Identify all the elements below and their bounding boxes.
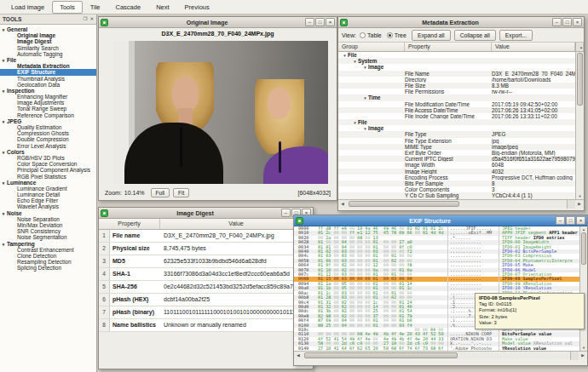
sidebar-item-automatic-tagging[interactable]: Automatic Tagging: [0, 51, 96, 57]
metadata-group-row[interactable]: ▾System: [338, 58, 584, 64]
sidebar-item-metadata-extraction[interactable]: Metadata Extraction: [0, 63, 96, 69]
metadata-row[interactable]: File Access Date/Time2017:06:26 13:41:05…: [338, 107, 584, 113]
scrollbar-thumb[interactable]: [581, 232, 586, 265]
sidebar-item-clone-detection[interactable]: Clone Detection: [0, 253, 96, 259]
sidebar-item-luminance-detail[interactable]: Luminance Detail: [0, 192, 96, 197]
original-photo[interactable]: [113, 41, 328, 184]
digest-row[interactable]: 3MD562325e533f1033b9bdbd546d6a628dfd: [99, 255, 313, 268]
metadata-row[interactable]: File Permissionsrw-rw-r--: [338, 89, 584, 94]
sidebar-item-original-image[interactable]: Original Image: [0, 32, 96, 38]
metadata-group-row[interactable]: ▾File: [338, 119, 584, 125]
column-value[interactable]: Value: [160, 219, 313, 229]
scroll-down-icon[interactable]: ▼: [576, 194, 584, 198]
scroll-down-icon[interactable]: ▼: [580, 346, 587, 350]
digest-titlebar[interactable]: Image Digest −□×: [99, 208, 313, 219]
sidebar-item-rgb-hsv-3d-plots[interactable]: RGB/HSV 3D Plots: [0, 155, 96, 161]
metadata-group-row[interactable]: ▾Time: [338, 94, 584, 100]
metadata-row[interactable]: Encoding ProcessProgressive DCT, Huffman…: [338, 175, 584, 180]
original-image-titlebar[interactable]: Original Image −□×: [99, 17, 337, 28]
sidebar-category-noise[interactable]: ▾Noise: [0, 210, 96, 216]
button-full[interactable]: Full: [151, 188, 170, 197]
sidebar-item-resampling-detection[interactable]: Resampling Detection: [0, 259, 96, 265]
sidebar-category-inspection[interactable]: ▾Inspection: [0, 88, 96, 94]
metadata-row[interactable]: File TypeJPEG: [338, 131, 584, 137]
metadata-row[interactable]: File Size8.3 MB: [338, 83, 584, 89]
sidebar-item-color-space-conversion[interactable]: Color Space Conversion: [0, 161, 96, 167]
scroll-right-icon[interactable]: ▶: [575, 202, 584, 206]
sidebar-item-exif-structure[interactable]: EXIF Structure: [0, 69, 96, 75]
sidebar-item-compression-ghosts[interactable]: Compression Ghosts: [0, 130, 96, 136]
dock-close-icon[interactable]: ✕: [89, 15, 94, 23]
column-value[interactable]: Value: [492, 43, 575, 51]
sidebar-category-file[interactable]: ▾File: [0, 57, 96, 63]
sidebar-item-principal-component-analysis[interactable]: Principal Component Analysis: [0, 167, 96, 173]
sidebar-item-noise-segmentation[interactable]: Noise Segmentation: [0, 234, 96, 240]
column-property[interactable]: Property: [405, 43, 492, 51]
menu-item-previous[interactable]: Previous: [177, 1, 217, 14]
menu-item-cascade[interactable]: Cascade: [108, 1, 149, 14]
sidebar-item-contrast-enhancement[interactable]: Contrast Enhancement: [0, 247, 96, 253]
maximize-button[interactable]: □: [562, 18, 572, 26]
sidebar-item-rgb-pixel-statistics[interactable]: RGB Pixel Statistics: [0, 174, 96, 180]
metadata-vertical-scrollbar[interactable]: ▼: [575, 52, 584, 199]
close-button[interactable]: ×: [576, 216, 585, 225]
column-property[interactable]: Property: [99, 219, 160, 229]
sidebar-item-enhancing-magnifier[interactable]: Enhancing Magnifier: [0, 94, 96, 100]
menu-item-next[interactable]: Next: [148, 1, 176, 14]
menu-item-load-image[interactable]: Load image: [3, 1, 52, 14]
sidebar-item-reference-comparison[interactable]: Reference Comparison: [0, 112, 96, 118]
button-expand-all[interactable]: Expand all: [412, 30, 451, 41]
metadata-row[interactable]: File Inode Change Date/Time2017:06:26 13…: [338, 113, 584, 119]
radio-table[interactable]: Table: [360, 32, 382, 38]
minimize-button[interactable]: −: [556, 216, 565, 225]
maximize-button[interactable]: □: [566, 216, 575, 225]
scrollbar-thumb[interactable]: [349, 201, 459, 207]
sidebar-item-quality-estimation[interactable]: Quality Estimation: [0, 124, 96, 130]
button-collapse-all[interactable]: Collapse all: [454, 30, 496, 41]
metadata-row[interactable]: File NameD3X_E_2470mm28_70_F040_24MPx.jp…: [338, 71, 584, 77]
metadata-horizontal-scrollbar[interactable]: ◀ ▶: [338, 199, 584, 208]
sidebar-category-luminance[interactable]: ▾Luminance: [0, 180, 96, 186]
sidebar-category-tampering[interactable]: ▾Tampering: [0, 241, 96, 247]
sidebar-item-luminance-gradient[interactable]: Luminance Gradient: [0, 186, 96, 192]
scroll-right-icon[interactable]: ▶: [579, 353, 587, 358]
sidebar-item-min-max-deviation[interactable]: Min/Max Deviation: [0, 222, 96, 228]
sidebar-category-general[interactable]: ▾General: [0, 26, 96, 32]
sidebar-item-double-compression[interactable]: Double Compression: [0, 136, 96, 142]
digest-row[interactable]: 5SHA-2560e2c44682d32c521453bd3252d5efacc…: [99, 281, 313, 294]
metadata-row[interactable]: Image Width6048: [338, 162, 584, 168]
button-fit[interactable]: Fit: [173, 188, 189, 197]
metadata-row[interactable]: MIME Typeimage/jpeg: [338, 144, 584, 150]
sidebar-item-splicing-detection[interactable]: Splicing Detection: [0, 265, 96, 271]
maximize-button[interactable]: □: [315, 18, 325, 26]
digest-row[interactable]: 4SHA-133166f73086d3a04d3cc1ef8edf2ccc60e…: [99, 268, 313, 281]
metadata-row[interactable]: File Type Extensionjpg: [338, 138, 584, 144]
metadata-row[interactable]: Bits Per Sample8: [338, 180, 584, 186]
scroll-up-icon[interactable]: ▲: [575, 43, 584, 51]
metadata-row[interactable]: Current IPTC Digestd5a4516f0f651a31622ae…: [338, 156, 584, 162]
digest-row[interactable]: 6pHash (HEX)dcbf14a00ba2f25: [99, 294, 313, 306]
button-export[interactable]: Export...: [499, 30, 533, 41]
sidebar-item-tonal-range-sweep[interactable]: Tonal Range Sweep: [0, 106, 96, 112]
sidebar-item-echo-edge-filter[interactable]: Echo Edge Filter: [0, 197, 96, 203]
sidebar-item-noise-separation[interactable]: Noise Separation: [0, 216, 96, 222]
metadata-row[interactable]: Exif Byte OrderBig-endian (Motorola, MM): [338, 150, 584, 156]
sidebar-item-thumbnail-analysis[interactable]: Thumbnail Analysis: [0, 76, 96, 82]
scroll-left-icon[interactable]: ◀: [294, 353, 303, 358]
metadata-group-row[interactable]: ▾Image: [338, 64, 584, 70]
metadata-row[interactable]: Color Components3: [338, 186, 584, 192]
column-group[interactable]: Group: [338, 43, 405, 51]
hex-vertical-scrollbar[interactable]: ▲ ▼: [579, 226, 587, 351]
metadata-row[interactable]: Y Cb Cr Sub SamplingYCbCr4:4:4 (1 1): [338, 192, 584, 198]
metadata-titlebar[interactable]: Metadata Extraction −□×: [338, 17, 584, 28]
scroll-left-icon[interactable]: ◀: [338, 202, 347, 206]
digest-row[interactable]: 8Name ballisticsUnknown or manually rena…: [99, 319, 313, 332]
digest-row[interactable]: 1File nameD3X_E_2470mm28_70_F040_24MPx.j…: [99, 230, 313, 243]
sidebar-category-jpeg[interactable]: ▾JPEG: [0, 118, 96, 124]
sidebar-item-geolocation-data[interactable]: Geolocation Data: [0, 82, 96, 88]
scrollbar-thumb[interactable]: [577, 53, 583, 106]
radio-tree[interactable]: Tree: [387, 32, 406, 38]
menu-item-tools[interactable]: Tools: [52, 1, 83, 14]
metadata-row[interactable]: Directory/home/bartoli/Downloads: [338, 77, 584, 83]
menu-item-tile[interactable]: Tile: [83, 1, 108, 14]
